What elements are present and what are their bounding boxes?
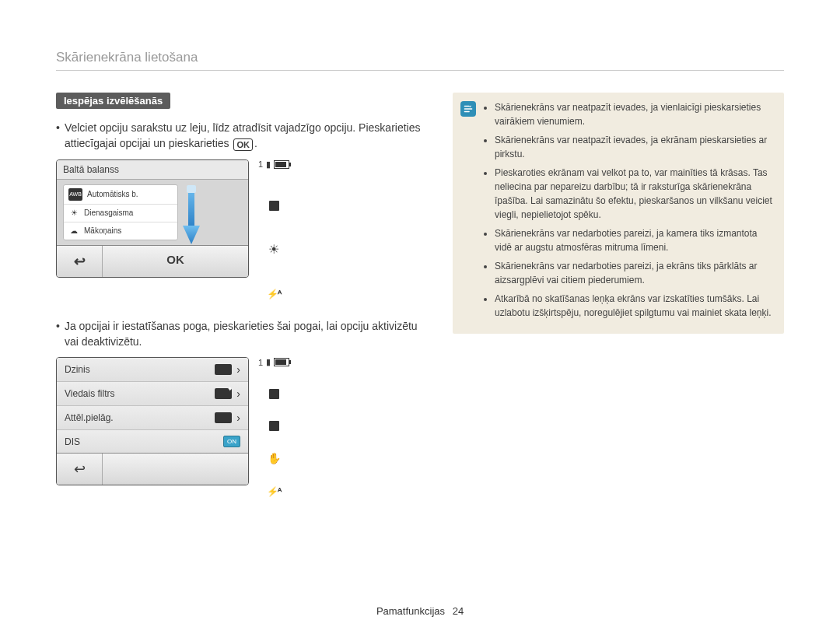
panel1-option-list[interactable]: AWB Automātisks b. ☀ Dienasgaisma ☁ Māko… xyxy=(63,184,178,240)
back-button[interactable]: ↩ xyxy=(57,246,103,277)
paragraph-1: • Velciet opciju sarakstu uz leju, līdz … xyxy=(56,120,429,152)
card-icon: ▮ xyxy=(266,357,271,367)
panel2-side-status: 1 ▮ ✋ ⚡ᴬ xyxy=(258,357,289,497)
svg-rect-0 xyxy=(188,187,194,229)
footer-page-number: 24 xyxy=(453,605,464,617)
imageadjust-icon xyxy=(215,412,232,423)
brightness-icon: ☀ xyxy=(268,242,279,257)
sun-icon: ☀ xyxy=(68,208,79,219)
flash-auto-icon: ⚡ᴬ xyxy=(267,486,281,497)
list-item[interactable]: ☁ Mākoņains xyxy=(64,222,177,240)
chevron-right-icon: › xyxy=(236,363,240,376)
svg-marker-1 xyxy=(183,226,200,244)
counter-label: 1 xyxy=(258,358,263,367)
option-row-imageadjust[interactable]: Attēl.pielāg. › xyxy=(57,406,248,430)
mode-icon xyxy=(269,389,279,399)
flash-auto-icon: ⚡ᴬ xyxy=(267,289,281,299)
option-label: DIS xyxy=(65,436,80,447)
list-item-label: Mākoņains xyxy=(84,226,121,235)
cloud-icon: ☁ xyxy=(68,226,79,236)
panel1-side-status: 1 ▮ ☀ ⚡ᴬ xyxy=(258,159,289,299)
paragraph-2: • Ja opcijai ir iestatīšanas poga, piesk… xyxy=(56,318,429,350)
white-balance-panel: Baltā balanss AWB Automātisks b. ☀ Diena… xyxy=(56,159,249,278)
note-info-icon xyxy=(460,101,476,117)
on-toggle-badge[interactable]: ON xyxy=(223,436,240,447)
option-row-dis[interactable]: DIS ON xyxy=(57,430,248,453)
chevron-right-icon: › xyxy=(236,412,240,424)
back-button[interactable]: ↩ xyxy=(57,454,103,485)
option-row-smartfilter[interactable]: Viedais filtrs › xyxy=(57,382,248,406)
card-icon: ▮ xyxy=(266,159,271,170)
svg-rect-2 xyxy=(187,185,196,193)
ok-glyph-icon: OK xyxy=(233,138,253,151)
option-label: Attēl.pielāg. xyxy=(65,412,114,423)
chevron-right-icon: › xyxy=(236,387,240,400)
drag-down-arrow-icon xyxy=(180,184,203,250)
note-item: Skārienekrāns var nedarboties pareizi, j… xyxy=(495,226,775,254)
note-item: Pieskaroties ekrānam vai velkot pa to, v… xyxy=(495,166,775,222)
note-box: Skārienekrāns var neatpazīt ievades, ja … xyxy=(453,93,784,334)
note-item: Skārienekrāns var neatpazīt ievades, ja … xyxy=(495,100,775,128)
mode-icon xyxy=(269,201,279,211)
list-item-label: Dienasgaisma xyxy=(84,208,133,217)
list-item[interactable]: ☀ Dienasgaisma xyxy=(64,205,177,222)
footer-label: Pamatfunkcijas xyxy=(376,605,445,617)
page-title: Skārienekrāna lietošana xyxy=(56,50,784,71)
page-footer: Pamatfunkcijas 24 xyxy=(0,605,840,617)
smartfilter-icon xyxy=(215,388,232,399)
settings-panel: Dzinis › Viedais filtrs › Attēl.pielāg. … xyxy=(56,357,249,485)
awb-icon: AWB xyxy=(68,188,82,201)
list-item[interactable]: AWB Automātisks b. xyxy=(64,185,177,205)
mode2-icon xyxy=(269,421,279,431)
hand-icon: ✋ xyxy=(268,452,281,464)
ok-button[interactable]: OK xyxy=(103,246,248,277)
note-item: Atkarībā no skatīšanas leņķa ekrāns var … xyxy=(495,292,775,320)
drive-icon xyxy=(215,364,232,375)
section-badge: Iespējas izvēlēšanās xyxy=(56,93,170,109)
panel1-title: Baltā balanss xyxy=(63,164,119,175)
battery-icon xyxy=(274,358,289,366)
option-row-drive[interactable]: Dzinis › xyxy=(57,358,248,382)
battery-icon xyxy=(274,160,289,169)
option-label: Viedais filtrs xyxy=(65,388,114,399)
counter-label: 1 xyxy=(258,159,263,169)
option-label: Dzinis xyxy=(65,364,90,375)
note-item: Skārienekrāns var neatpazīt ievades, ja … xyxy=(495,133,775,161)
list-item-label: Automātisks b. xyxy=(87,190,138,198)
note-item: Skārienekrāns var nedarboties pareizi, j… xyxy=(495,259,775,287)
